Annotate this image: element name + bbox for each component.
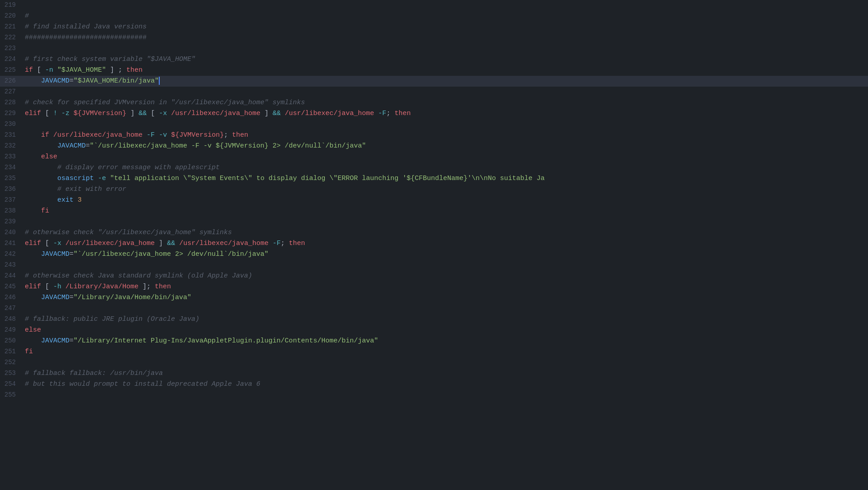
line-number: 240 [0,228,25,238]
line-number: 246 [0,293,25,303]
table-row: 255 [0,390,868,401]
line-number: 230 [0,120,25,129]
line-number: 251 [0,347,25,357]
line-number: 220 [0,11,25,21]
code-lines: 219220#221# find installed Java versions… [0,0,868,490]
line-number: 238 [0,206,25,216]
table-row: 238 fi [0,206,868,217]
line-number: 224 [0,55,25,65]
line-content: JAVACMD="/Library/Internet Plug-Ins/Java… [25,336,378,346]
line-number: 231 [0,130,25,140]
line-number: 234 [0,163,25,173]
line-content: # fallback: public JRE plugin (Oracle Ja… [25,314,199,324]
line-content: elif [ -x /usr/libexec/java_home ] && /u… [25,238,305,249]
line-number: 226 [0,76,25,86]
line-number: 219 [0,0,25,10]
line-content: exit 3 [25,195,82,205]
table-row: 223 [0,43,868,54]
line-number: 237 [0,195,25,205]
line-number: 255 [0,390,25,400]
table-row: 233 else [0,152,868,162]
table-row: 244# otherwise check Java standard symli… [0,271,868,282]
table-row: 241elif [ -x /usr/libexec/java_home ] &&… [0,238,868,249]
line-content: JAVACMD="`/usr/libexec/java_home -F -v $… [25,141,366,151]
table-row: 245elif [ -h /Library/Java/Home ]; then [0,282,868,292]
table-row: 240# otherwise check "/usr/libexec/java_… [0,227,868,238]
line-number: 248 [0,314,25,324]
table-row: 237 exit 3 [0,195,868,206]
line-number: 228 [0,98,25,108]
table-row: 247 [0,303,868,314]
line-number: 232 [0,141,25,151]
line-number: 229 [0,109,25,119]
table-row: 254# but this would prompt to install de… [0,379,868,390]
table-row: 234 # display error message with applesc… [0,162,868,173]
line-number: 254 [0,379,25,389]
line-content: elif [ ! -z ${JVMVersion} ] && [ -x /usr… [25,108,411,119]
line-content: elif [ -h /Library/Java/Home ]; then [25,282,171,292]
line-number: 235 [0,174,25,184]
line-content: fi [25,206,49,216]
line-content: osascript -e "tell application \"System … [25,173,545,184]
line-number: 233 [0,152,25,162]
table-row: 243 [0,260,868,271]
line-number: 225 [0,65,25,75]
line-number: 221 [0,22,25,32]
table-row: 231 if /usr/libexec/java_home -F -v ${JV… [0,130,868,141]
line-content: JAVACMD="/Library/Java/Home/bin/java" [25,292,191,303]
table-row: 249else [0,325,868,336]
line-number: 242 [0,250,25,259]
line-content: # otherwise check "/usr/libexec/java_hom… [25,227,232,238]
line-content: # check for specified JVMversion in "/us… [25,97,305,108]
line-number: 253 [0,369,25,379]
line-content: if /usr/libexec/java_home -F -v ${JVMVer… [25,130,248,140]
line-number: 252 [0,358,25,368]
line-number: 247 [0,304,25,314]
table-row: 248# fallback: public JRE plugin (Oracle… [0,314,868,325]
table-row: 235 osascript -e "tell application \"Sys… [0,173,868,184]
table-row: 230 [0,119,868,130]
table-row: 252 [0,357,868,368]
table-row: 224# first check system variable "$JAVA_… [0,54,868,65]
table-row: 236 # exit with error [0,184,868,195]
line-number: 222 [0,33,25,43]
table-row: 253# fallback fallback: /usr/bin/java [0,368,868,379]
line-number: 239 [0,217,25,227]
table-row: 250 JAVACMD="/Library/Internet Plug-Ins/… [0,336,868,347]
line-content: else [25,152,57,162]
table-row: 227 [0,87,868,97]
table-row: 239 [0,217,868,227]
line-content: # but this would prompt to install depre… [25,379,260,389]
line-number: 250 [0,336,25,346]
table-row: 229elif [ ! -z ${JVMVersion} ] && [ -x /… [0,108,868,119]
line-content: # display error message with applescript [25,162,220,173]
line-content: fi [25,347,33,357]
line-content: # fallback fallback: /usr/bin/java [25,368,163,379]
table-row: 251fi [0,347,868,357]
code-editor: 219220#221# find installed Java versions… [0,0,868,490]
line-number: 223 [0,44,25,54]
line-number: 244 [0,271,25,281]
line-number: 227 [0,87,25,97]
table-row: 220# [0,11,868,22]
table-row: 219 [0,0,868,11]
line-content: # find installed Java versions [25,22,147,32]
line-number: 245 [0,282,25,292]
table-row: 242 JAVACMD="`/usr/libexec/java_home 2> … [0,249,868,260]
line-number: 241 [0,239,25,249]
table-row: 246 JAVACMD="/Library/Java/Home/bin/java… [0,292,868,303]
table-row: 221# find installed Java versions [0,22,868,32]
line-number: 236 [0,185,25,194]
table-row: 232 JAVACMD="`/usr/libexec/java_home -F … [0,141,868,152]
table-row: 228# check for specified JVMversion in "… [0,97,868,108]
table-row: 225if [ -n "$JAVA_HOME" ] ; then [0,65,868,76]
line-content: # otherwise check Java standard symlink … [25,271,252,281]
line-content: # [25,11,29,21]
line-content: if [ -n "$JAVA_HOME" ] ; then [25,65,143,75]
line-content: ############################## [25,32,147,43]
table-row: 222############################## [0,32,868,43]
line-content: JAVACMD="`/usr/libexec/java_home 2> /dev… [25,249,268,259]
line-content: # exit with error [25,184,126,194]
line-content: JAVACMD="$JAVA_HOME/bin/java" [25,76,160,86]
line-content: else [25,325,41,335]
